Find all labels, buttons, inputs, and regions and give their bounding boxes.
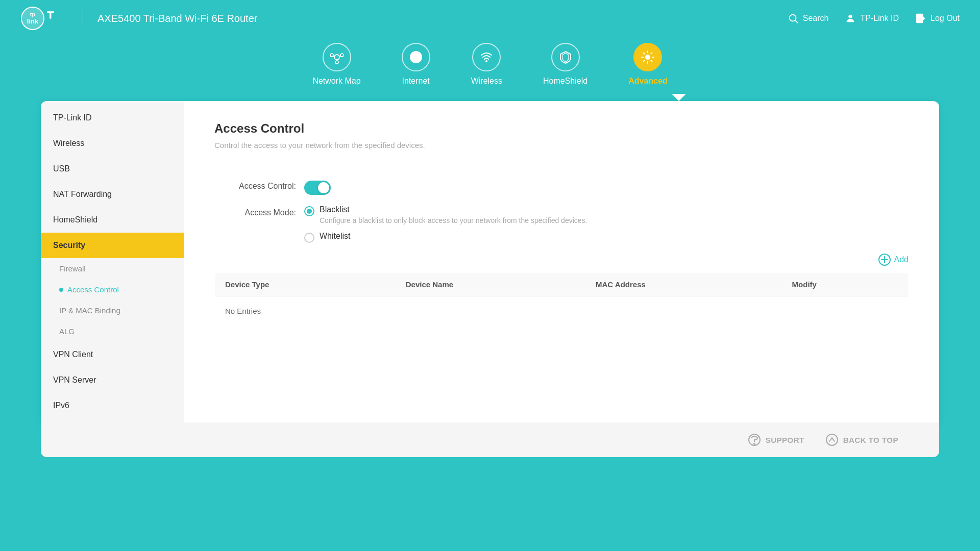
- tab-internet-label: Internet: [402, 77, 430, 86]
- support-label: SUPPORT: [766, 436, 804, 444]
- svg-text:tp: tp: [30, 11, 36, 17]
- access-control-label: Access Control:: [214, 179, 296, 191]
- col-device-name: Device Name: [396, 273, 585, 296]
- tplink-id-label: TP-Link ID: [860, 14, 899, 23]
- sidebar-item-vpn-server[interactable]: VPN Server: [41, 367, 184, 393]
- sidebar-item-tplink-id[interactable]: TP-Link ID: [41, 105, 184, 131]
- access-mode-row: Access Mode: Blacklist Configure a black…: [214, 205, 909, 243]
- support-icon: [747, 433, 762, 447]
- tab-wireless[interactable]: Wireless: [471, 43, 502, 94]
- no-entries-cell: No Entries: [215, 296, 909, 326]
- svg-point-10: [340, 54, 344, 57]
- access-mode-radio-group: Blacklist Configure a blacklist to only …: [304, 205, 587, 243]
- sidebar-item-alg[interactable]: ALG: [41, 321, 184, 342]
- add-label: Add: [894, 255, 909, 264]
- sidebar-item-ipv6[interactable]: IPv6: [41, 393, 184, 418]
- tp-link-logo-icon: tp link: [20, 6, 45, 31]
- tab-advanced-label: Advanced: [628, 77, 667, 86]
- logo-area: tp link ᵀ AXE5400 Tri-Band Wi-Fi 6E Rout…: [20, 6, 257, 31]
- page-title: Access Control: [214, 121, 909, 136]
- toggle-thumb: [318, 182, 329, 193]
- add-icon: [878, 253, 891, 266]
- table-row-empty: No Entries: [215, 296, 909, 326]
- tab-homeshield[interactable]: HomeShield: [543, 43, 587, 94]
- logout-button[interactable]: Log Out: [915, 13, 960, 24]
- back-to-top-button[interactable]: BACK TO TOP: [825, 433, 898, 447]
- device-table: Device Type Device Name MAC Address Modi…: [214, 272, 909, 326]
- tp-link-logo-p-icon: ᵀ: [47, 8, 68, 29]
- sidebar-item-usb[interactable]: USB: [41, 156, 184, 182]
- nav-arrow: [0, 94, 980, 101]
- col-device-type: Device Type: [215, 273, 396, 296]
- col-mac-address: MAC Address: [585, 273, 782, 296]
- footer: SUPPORT BACK TO TOP: [41, 422, 939, 457]
- header-right: Search TP-Link ID Log Out: [788, 13, 960, 24]
- search-label: Search: [803, 14, 829, 23]
- table-body: No Entries: [215, 296, 909, 326]
- tab-network-map[interactable]: Network Map: [312, 43, 360, 94]
- sidebar-item-firewall[interactable]: Firewall: [41, 258, 184, 279]
- svg-text:ᵀ: ᵀ: [47, 9, 54, 28]
- radio-whitelist-content: Whitelist: [320, 232, 350, 241]
- active-dot: [59, 288, 63, 292]
- sidebar-item-access-control[interactable]: Access Control: [41, 279, 184, 300]
- tab-wireless-label: Wireless: [471, 77, 502, 86]
- radio-blacklist-label: Blacklist: [320, 205, 587, 214]
- radio-whitelist-label: Whitelist: [320, 232, 350, 241]
- network-map-icon: [323, 43, 351, 71]
- sidebar-item-homeshield[interactable]: HomeShield: [41, 207, 184, 233]
- svg-line-5: [795, 20, 798, 23]
- sidebar-item-vpn-client[interactable]: VPN Client: [41, 342, 184, 367]
- svg-point-27: [826, 434, 838, 445]
- support-button[interactable]: SUPPORT: [747, 433, 804, 447]
- back-to-top-label: BACK TO TOP: [843, 436, 898, 444]
- advanced-icon: [633, 43, 662, 71]
- svg-point-6: [849, 15, 852, 18]
- svg-point-4: [789, 15, 796, 21]
- radio-blacklist[interactable]: Blacklist Configure a blacklist to only …: [304, 205, 587, 224]
- sidebar-item-security[interactable]: Security: [41, 233, 184, 258]
- radio-whitelist-circle[interactable]: [304, 233, 314, 243]
- svg-point-21: [646, 55, 650, 59]
- search-button[interactable]: Search: [788, 13, 829, 24]
- svg-point-9: [330, 54, 333, 57]
- tab-homeshield-label: HomeShield: [543, 77, 587, 86]
- radio-blacklist-content: Blacklist Configure a blacklist to only …: [320, 205, 587, 224]
- access-mode-label: Access Mode:: [214, 205, 296, 217]
- device-title: AXE5400 Tri-Band Wi-Fi 6E Router: [97, 13, 257, 24]
- header-divider: [83, 10, 83, 27]
- access-control-toggle[interactable]: [304, 181, 331, 195]
- content-divider: [214, 162, 909, 162]
- sidebar-item-nat-forwarding[interactable]: NAT Forwarding: [41, 182, 184, 207]
- wireless-icon: [472, 43, 501, 71]
- header: tp link ᵀ AXE5400 Tri-Band Wi-Fi 6E Rout…: [0, 0, 980, 37]
- radio-whitelist[interactable]: Whitelist: [304, 232, 587, 243]
- homeshield-icon: [551, 43, 580, 71]
- sidebar-item-ip-mac-binding[interactable]: IP & MAC Binding: [41, 300, 184, 321]
- logout-label: Log Out: [930, 14, 960, 23]
- svg-text:link: link: [27, 17, 39, 25]
- nav-tabs: Network Map Internet Wireless: [0, 37, 980, 94]
- col-modify: Modify: [782, 273, 909, 296]
- add-button[interactable]: Add: [878, 253, 909, 266]
- svg-point-11: [335, 61, 338, 64]
- access-control-row: Access Control:: [214, 179, 909, 195]
- tab-advanced[interactable]: Advanced: [628, 43, 667, 94]
- tplink-id-button[interactable]: TP-Link ID: [845, 13, 899, 24]
- radio-blacklist-circle[interactable]: [304, 206, 314, 216]
- sidebar-item-wireless[interactable]: Wireless: [41, 131, 184, 156]
- main-layout: TP-Link ID Wireless USB NAT Forwarding H…: [41, 101, 939, 422]
- svg-point-20: [485, 60, 487, 62]
- sidebar: TP-Link ID Wireless USB NAT Forwarding H…: [41, 101, 184, 422]
- tab-network-map-label: Network Map: [312, 77, 360, 86]
- page-description: Control the access to your network from …: [214, 141, 909, 149]
- radio-blacklist-desc: Configure a blacklist to only block acce…: [320, 216, 587, 224]
- tab-internet[interactable]: Internet: [402, 43, 430, 94]
- nav-arrow-shape: [672, 94, 686, 101]
- svg-point-26: [753, 443, 755, 445]
- add-button-row: Add: [214, 253, 909, 266]
- table-header: Device Type Device Name MAC Address Modi…: [215, 273, 909, 296]
- back-to-top-icon: [825, 433, 839, 447]
- internet-icon: [402, 43, 430, 71]
- svg-point-8: [334, 55, 339, 60]
